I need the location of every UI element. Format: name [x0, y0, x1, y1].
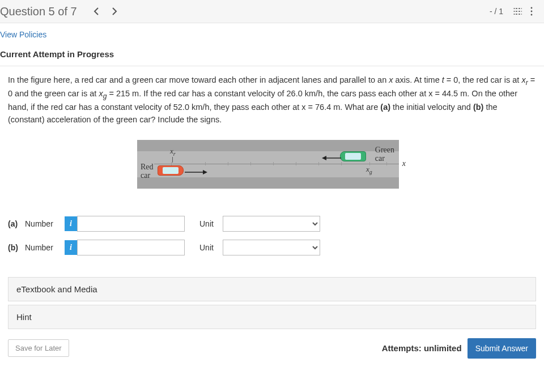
red-car-label: Redcar: [141, 163, 154, 180]
unit-select-a[interactable]: [223, 216, 320, 232]
axis-tick: [341, 162, 342, 165]
part-label-b: (b): [8, 243, 25, 252]
prev-question-button[interactable]: [88, 3, 104, 19]
svg-marker-12: [322, 156, 326, 160]
policies-row: View Policies: [0, 23, 544, 44]
number-input-b[interactable]: [77, 240, 185, 255]
xr-label: xr: [170, 147, 176, 157]
svg-point-4: [514, 11, 515, 12]
unit-label-a: Unit: [199, 219, 214, 228]
score-display: - / 1: [490, 7, 503, 16]
question-title: Question 5 of 7: [0, 5, 77, 18]
number-label-b: Number: [25, 243, 65, 252]
road-shoulder-bottom: [137, 177, 399, 189]
figure-container: xr Redcar Greencar xg x: [0, 126, 544, 204]
svg-point-8: [531, 14, 533, 16]
save-for-later-button[interactable]: Save for Later: [8, 339, 69, 357]
hint-accordion[interactable]: Hint: [8, 305, 536, 329]
unit-label-b: Unit: [199, 243, 214, 252]
xg-label: xg: [366, 165, 372, 175]
axis-tick: [318, 162, 319, 165]
green-car-arrow-icon: [322, 155, 341, 161]
list-icon: [513, 7, 522, 15]
question-header: Question 5 of 7 - / 1: [0, 0, 544, 23]
xr-marker: [172, 157, 173, 163]
problem-text: In the figure here, a red car and a gree…: [0, 66, 544, 126]
axis-tick: [250, 162, 251, 165]
next-question-button[interactable]: [107, 3, 122, 19]
info-button-a[interactable]: i: [65, 216, 77, 231]
road-shoulder-top: [137, 140, 407, 151]
x-axis-line: [154, 164, 399, 164]
x-axis-label: x: [402, 159, 406, 168]
chevron-left-icon: [94, 7, 99, 15]
svg-point-5: [514, 14, 515, 15]
etextbook-label: eTextbook and Media: [16, 284, 97, 294]
answer-row-a: (a) Number i Unit: [8, 216, 536, 232]
more-menu-button[interactable]: [525, 3, 538, 19]
svg-point-6: [531, 7, 533, 9]
number-label-a: Number: [25, 219, 65, 228]
chevron-right-icon: [112, 7, 117, 15]
submit-answer-button[interactable]: Submit Answer: [468, 338, 536, 359]
svg-point-7: [531, 11, 533, 12]
answer-row-b: (b) Number i Unit: [8, 240, 536, 255]
answer-area: (a) Number i Unit (b) Number i Unit: [0, 204, 544, 274]
footer-bar: Save for Later Attempts: unlimited Submi…: [0, 333, 544, 367]
axis-tick: [273, 162, 274, 165]
question-list-button[interactable]: [511, 3, 525, 19]
axis-tick: [228, 162, 228, 165]
axis-tick: [296, 162, 296, 165]
attempts-text: Attempts: unlimited: [382, 343, 462, 353]
svg-point-3: [514, 8, 515, 9]
number-input-a[interactable]: [77, 216, 185, 232]
etextbook-accordion[interactable]: eTextbook and Media: [8, 277, 536, 301]
axis-tick: [205, 162, 206, 165]
unit-select-b[interactable]: [223, 240, 320, 255]
kebab-icon: [530, 7, 533, 16]
section-title: Current Attempt in Progress: [0, 44, 544, 66]
hint-label: Hint: [16, 312, 32, 322]
svg-marker-10: [203, 170, 207, 174]
axis-tick: [171, 162, 172, 165]
info-button-b[interactable]: i: [65, 240, 77, 255]
green-car-icon: [340, 151, 366, 161]
view-policies-link[interactable]: View Policies: [0, 30, 46, 39]
red-car-arrow-icon: [185, 169, 207, 175]
red-car-icon: [158, 165, 184, 176]
problem-figure: xr Redcar Greencar xg x: [137, 140, 407, 189]
part-label-a: (a): [8, 219, 25, 228]
green-car-label: Greencar: [375, 146, 394, 163]
